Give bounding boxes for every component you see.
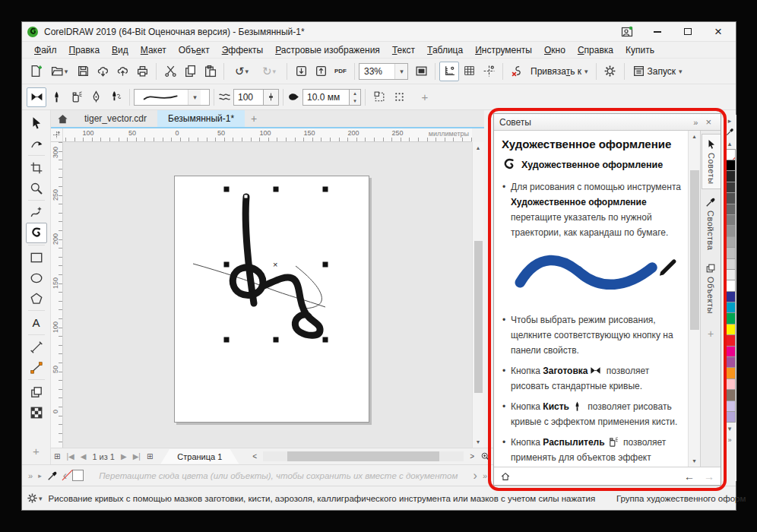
color-swatch[interactable]: [724, 356, 736, 368]
zoom-fit-button[interactable]: [477, 451, 493, 461]
expression-mode-button[interactable]: [106, 87, 125, 107]
zoom-tool[interactable]: [26, 178, 47, 198]
color-swatch[interactable]: [724, 192, 736, 204]
horizontal-ruler[interactable]: 100 50 0 50 100 150 200 250 миллиметры: [63, 128, 472, 142]
menu-buy[interactable]: Купить: [619, 43, 660, 57]
paste-button[interactable]: [200, 62, 220, 81]
text-tool[interactable]: A: [26, 312, 47, 333]
forward-button[interactable]: →: [704, 470, 714, 483]
preset-mode-button[interactable]: [27, 87, 46, 107]
menu-object[interactable]: Объект: [173, 43, 216, 57]
publish-pdf-button[interactable]: PDF: [331, 62, 350, 81]
smoothing-slider-button[interactable]: [264, 89, 279, 106]
welcome-tab[interactable]: [51, 110, 74, 127]
color-swatch[interactable]: [724, 160, 736, 171]
tips-scroll-thumb[interactable]: [690, 170, 699, 330]
color-swatch[interactable]: [724, 401, 736, 412]
menu-help[interactable]: Справка: [572, 43, 619, 57]
minimize-button[interactable]: [648, 25, 667, 39]
canvas-vertical-scrollbar[interactable]: ▴ ▾: [472, 142, 483, 448]
color-swatch[interactable]: [724, 312, 736, 324]
copy-button[interactable]: [180, 62, 200, 81]
menu-file[interactable]: Файл: [28, 43, 63, 57]
scroll-right-button[interactable]: >: [467, 452, 477, 461]
color-swatch[interactable]: [724, 334, 736, 346]
import-button[interactable]: [291, 62, 311, 81]
add-docker-button[interactable]: +: [708, 328, 714, 340]
document-tab-tiger[interactable]: tiger_vector.cdr: [74, 110, 157, 127]
color-swatch[interactable]: [724, 225, 736, 236]
freehand-smoothing-input[interactable]: 100: [233, 89, 264, 106]
color-swatch[interactable]: [724, 411, 736, 423]
document-tab-untitled[interactable]: Безымянный-1*: [157, 110, 245, 127]
cloud-save-button[interactable]: [112, 62, 132, 81]
drawing-canvas[interactable]: ×: [63, 142, 472, 448]
color-swatch[interactable]: [724, 247, 736, 258]
status-options-button[interactable]: ▾: [27, 492, 43, 504]
color-swatch[interactable]: [724, 280, 736, 291]
page-tab[interactable]: Страница 1: [160, 449, 239, 464]
selection-center-marker[interactable]: ×: [273, 260, 277, 269]
brush-mode-button[interactable]: [46, 87, 66, 107]
close-button[interactable]: ×: [708, 25, 728, 39]
rulers-toggle-button[interactable]: [439, 62, 459, 81]
palette-scroll-up-icon[interactable]: ▴: [728, 138, 732, 149]
quick-customize-button[interactable]: +: [415, 87, 435, 107]
color-swatch[interactable]: [724, 291, 736, 302]
color-swatch-none[interactable]: [724, 149, 736, 160]
account-icon[interactable]: [617, 25, 637, 39]
crop-tool[interactable]: [26, 157, 47, 178]
stroke-width-stepper[interactable]: ▴▾: [350, 89, 361, 106]
palette-expand-icon[interactable]: »: [28, 471, 33, 480]
previous-page-button[interactable]: ◀: [78, 452, 90, 461]
scroll-down-icon[interactable]: ▾: [473, 436, 484, 448]
snap-to-dropdown[interactable]: Привязать к▾: [527, 64, 592, 79]
add-page-before-button[interactable]: ⊞: [51, 452, 63, 461]
docker-tab-tips[interactable]: Советы: [702, 134, 721, 189]
palette-flyout-icon[interactable]: ▸: [728, 115, 732, 126]
cut-button[interactable]: [160, 62, 180, 81]
guidelines-toggle-button[interactable]: [479, 62, 499, 81]
home-icon[interactable]: [500, 471, 511, 482]
eyedropper-icon[interactable]: [47, 470, 58, 481]
docker-tab-properties[interactable]: Свойства: [702, 192, 721, 255]
menu-layout[interactable]: Макет: [135, 43, 173, 57]
no-color-swatch[interactable]: [72, 470, 84, 481]
first-page-button[interactable]: |◀: [63, 452, 77, 461]
rectangle-tool[interactable]: [26, 247, 47, 268]
color-swatch[interactable]: [724, 214, 736, 226]
palette-flyout-icon[interactable]: ▸: [38, 472, 42, 480]
menu-window[interactable]: Окно: [538, 43, 572, 57]
export-button[interactable]: [311, 62, 331, 81]
tips-scrollbar[interactable]: ▴ ▾: [688, 131, 700, 467]
canvas-horizontal-scrollbar[interactable]: [263, 451, 464, 461]
color-swatch[interactable]: [724, 236, 736, 248]
next-page-button[interactable]: ▶: [118, 452, 130, 461]
transparency-tool[interactable]: [26, 402, 47, 423]
menu-effects[interactable]: Эффекты: [216, 43, 270, 57]
artistic-stroke-drawing[interactable]: ×: [63, 142, 472, 448]
new-document-tab-button[interactable]: +: [245, 110, 263, 127]
bounding-box-button[interactable]: [369, 87, 389, 107]
color-swatch[interactable]: [724, 346, 736, 357]
options-button[interactable]: [600, 62, 620, 81]
pick-tool[interactable]: [26, 112, 47, 133]
launch-dropdown[interactable]: Запуск▾: [629, 62, 686, 80]
undo-button[interactable]: ↺▾: [228, 62, 255, 81]
grid-toggle-button[interactable]: [459, 62, 479, 81]
open-button[interactable]: ▾: [46, 62, 73, 81]
calligraphy-mode-button[interactable]: [86, 87, 106, 107]
color-swatch[interactable]: [724, 324, 736, 335]
scroll-up-icon[interactable]: ▴: [473, 142, 484, 154]
new-document-button[interactable]: [26, 62, 46, 81]
palette-scroll-down-icon[interactable]: ▾: [728, 423, 732, 434]
freehand-tool[interactable]: [26, 202, 47, 223]
docker-close-icon[interactable]: ×: [702, 116, 715, 128]
color-swatch[interactable]: [724, 204, 736, 215]
menu-edit[interactable]: Правка: [63, 43, 106, 57]
add-page-after-button[interactable]: ⊞: [144, 452, 156, 461]
back-button[interactable]: ←: [684, 470, 695, 483]
connector-tool[interactable]: [26, 357, 47, 378]
cloud-open-button[interactable]: [93, 62, 112, 81]
palette-scroll-right-icon[interactable]: ›: [474, 469, 477, 483]
